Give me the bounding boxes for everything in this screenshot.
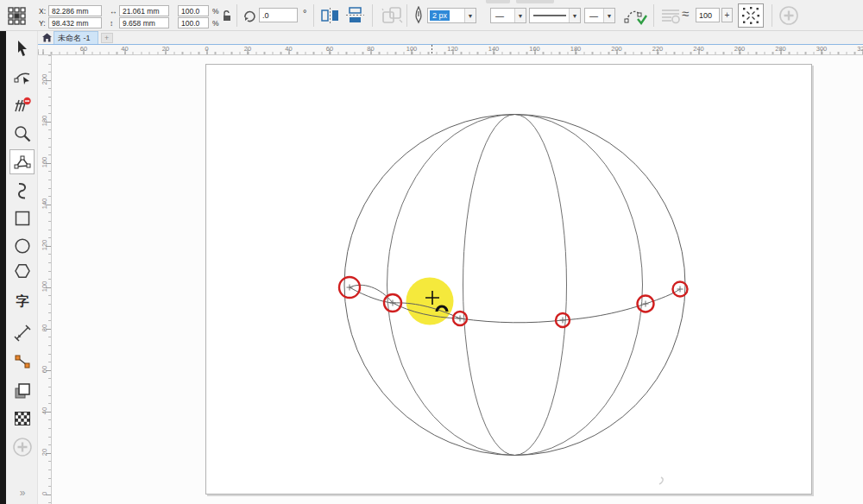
h-ruler-label: 300 [816, 45, 828, 53]
h-ruler-label: 40 [121, 45, 128, 53]
smoothing-stepper[interactable]: + [721, 8, 733, 22]
arrow-start-combo[interactable]: — ▼ [490, 8, 526, 23]
v-ruler-label: 180 [41, 116, 48, 127]
drop-shadow-tool-button[interactable] [9, 378, 35, 403]
x-position-input[interactable]: 82.286 mm [48, 5, 102, 16]
toolbox: 字» [6, 31, 38, 504]
vertical-ruler[interactable]: 200180160140120100806040200 [38, 55, 52, 504]
object-height-input[interactable]: 9.658 mm [119, 17, 169, 28]
smoothing-input[interactable]: 100 [696, 8, 720, 22]
h-ruler-label: 180 [570, 45, 582, 53]
width-icon: ↔ [110, 7, 117, 16]
h-ruler-label: 160 [529, 45, 540, 53]
lock-ratio-icon[interactable] [221, 9, 232, 22]
workspace[interactable] [52, 55, 863, 504]
object-origin-grid-icon[interactable] [7, 6, 27, 26]
h-ruler-label: 60 [326, 45, 333, 53]
dimension-tool-button[interactable] [9, 320, 35, 345]
text-tool-button[interactable]: 字 [9, 288, 35, 313]
rotate-icon [243, 9, 256, 22]
object-width-input[interactable]: 21.061 mm [119, 5, 169, 16]
h-ruler-label: 320 [857, 45, 863, 53]
add-tool-button [9, 434, 35, 459]
h-ruler-label: 40 [285, 45, 292, 53]
zoom-tool-button[interactable] [9, 121, 35, 146]
h-ruler-label: 200 [611, 45, 622, 53]
mirror-horizontal-icon[interactable] [320, 7, 340, 24]
h-ruler-label: 120 [447, 45, 458, 53]
h-ruler-label: 140 [488, 45, 500, 53]
h-ruler-label: 240 [693, 45, 704, 53]
x-position-label: X: [39, 7, 46, 16]
ellipse-tool-button[interactable] [9, 233, 35, 258]
combine-curves-icon [381, 6, 404, 25]
v-ruler-label: 0 [41, 492, 48, 495]
h-ruler-label: 20 [162, 45, 169, 53]
toolbox-expand[interactable]: » [9, 480, 35, 504]
chevron-down-icon[interactable]: ▼ [514, 9, 526, 22]
h-ruler-label: 260 [734, 45, 746, 53]
v-ruler-label: 40 [41, 407, 48, 414]
shape-tool-button[interactable] [9, 64, 35, 89]
h-ruler-label: 0 [205, 45, 208, 53]
h-ruler-label: 80 [367, 45, 374, 53]
h-ruler-label: 220 [652, 45, 664, 53]
polygon-tool-button[interactable] [9, 258, 35, 283]
percent-label: % [212, 19, 219, 28]
chevron-down-icon[interactable]: ▼ [603, 9, 614, 22]
arrow-start-value: — [495, 11, 504, 21]
outline-width-value: 2 px [430, 10, 450, 21]
arrow-end-value: — [589, 11, 598, 21]
v-ruler-label: 20 [41, 449, 48, 456]
paragraph-text-icon [659, 7, 682, 25]
v-ruler-label: 80 [41, 324, 48, 331]
property-bar: X: 82.286 mm Y: 98.432 mm ↔ 21.061 mm ↕ … [0, 0, 863, 31]
new-tab-button[interactable]: + [101, 33, 113, 43]
document-tab[interactable]: 未命名 -1 [54, 31, 98, 44]
mirror-vertical-icon[interactable] [345, 7, 365, 24]
percent-label: % [212, 7, 219, 16]
home-icon[interactable] [42, 33, 52, 42]
window-tab-remnant [516, 0, 554, 3]
h-ruler-label: 60 [80, 45, 87, 53]
transparency-tool-button[interactable] [9, 406, 35, 431]
rectangle-tool-button[interactable] [9, 205, 35, 230]
line-style-combo[interactable]: ▼ [529, 8, 581, 23]
drawing-page[interactable] [205, 64, 812, 495]
y-position-label: Y: [39, 19, 46, 28]
coreldraw-window: X: 82.286 mm Y: 98.432 mm ↔ 21.061 mm ↕ … [0, 0, 863, 504]
v-ruler-label: 60 [41, 366, 48, 373]
scale-v-input[interactable]: 100.0 [178, 17, 209, 28]
horizontal-ruler[interactable]: 6040200204060801001201401601802002202402… [38, 45, 863, 55]
close-curve-check-icon[interactable] [623, 4, 649, 28]
polyline-tool-button[interactable] [9, 149, 35, 174]
connector-tool-button[interactable] [9, 349, 35, 374]
chevron-down-icon[interactable]: ▼ [569, 9, 580, 22]
screen-edge [0, 31, 6, 504]
outline-width-combo[interactable]: 2 px ▼ [427, 8, 476, 23]
smoothing-icon: ≈ [682, 6, 689, 21]
v-ruler-label: 120 [41, 240, 48, 251]
h-ruler-label: 100 [406, 45, 418, 53]
document-tab-label: 未命名 -1 [58, 33, 91, 44]
degree-label: ° [303, 8, 306, 18]
y-position-input[interactable]: 98.432 mm [48, 17, 102, 28]
svg-text:字: 字 [16, 293, 28, 308]
livesketch-tool-button[interactable] [9, 92, 35, 117]
window-tab-remnant [486, 0, 510, 3]
spline-tool-button[interactable] [9, 178, 35, 203]
h-ruler-label: 280 [775, 45, 786, 53]
svg-text:»: » [19, 488, 25, 498]
rotation-angle-input[interactable]: .0 [259, 8, 298, 22]
scale-h-input[interactable]: 100.0 [178, 5, 209, 16]
select-all-nodes-button[interactable] [738, 3, 764, 28]
outline-pen-icon [413, 6, 425, 24]
line-style-sample [533, 15, 566, 16]
height-icon: ↕ [110, 19, 113, 28]
h-ruler-label: 20 [244, 45, 251, 53]
pick-tool-button[interactable] [9, 35, 35, 60]
arrow-end-combo[interactable]: — ▼ [584, 8, 615, 23]
chevron-down-icon[interactable]: ▼ [464, 9, 476, 22]
v-ruler-label: 100 [41, 281, 48, 293]
v-ruler-label: 200 [41, 74, 48, 85]
